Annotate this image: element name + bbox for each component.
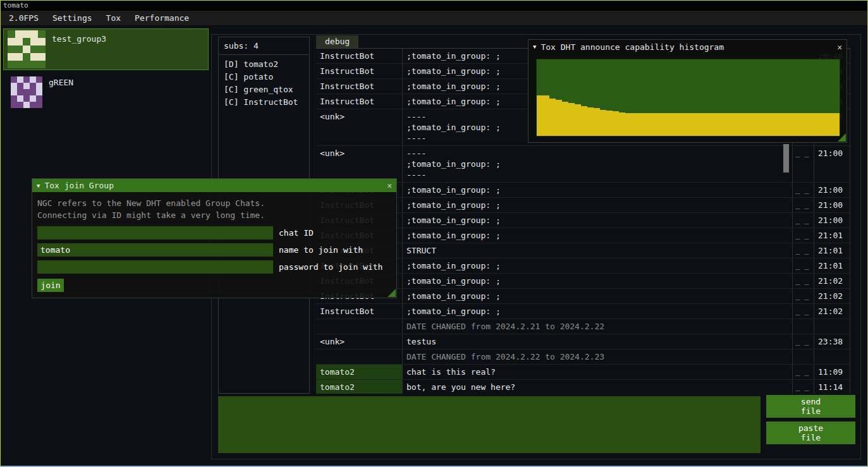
join-field-label: name to join with [279, 245, 363, 255]
histogram-bar [613, 111, 619, 136]
member-item[interactable]: [D] tomato2 [219, 58, 309, 71]
histogram-bar [833, 113, 840, 136]
message-status: _ _ [793, 334, 814, 349]
chat-row[interactable]: <unk>---- ;tomato_in_group: ; ----_ _21:… [316, 146, 850, 183]
histogram-bar [707, 113, 714, 136]
message-text: ;tomato_in_group: ; [403, 304, 793, 318]
histogram-window-title: Tox DHT announce capability histogram [541, 42, 833, 52]
window-title: tomato [3, 1, 28, 9]
histogram-bar [720, 113, 726, 136]
dht-histogram-window: ▼ Tox DHT announce capability histogram … [528, 39, 847, 143]
histogram-bar [587, 107, 594, 136]
chat-row[interactable]: <unk>testus_ _23:38 [316, 334, 850, 349]
chat-row[interactable]: tomato2chat is this real?_ _11:09 [316, 365, 850, 380]
message-time: 21:00 [814, 213, 850, 227]
message-status: _ _ [793, 183, 814, 197]
histogram-bar [682, 113, 688, 136]
histogram-bar [638, 113, 644, 136]
date-separator-row: DATE CHANGED from 2024.2.22 to 2024.2.23 [316, 349, 850, 365]
name-to-join-with-input[interactable] [37, 243, 273, 257]
histogram-bar [783, 113, 789, 136]
message-sender: InstructBot [316, 64, 403, 78]
message-sender: InstructBot [316, 49, 403, 63]
group-name: test_group3 [52, 30, 106, 68]
message-text: bot, are you new here? [403, 380, 793, 394]
resize-grip-icon[interactable] [838, 133, 846, 142]
send-file-button[interactable]: send file [766, 395, 855, 418]
histogram-bar [632, 113, 638, 136]
tab-debug[interactable]: debug [316, 35, 358, 48]
menu-item-tox[interactable]: Tox [99, 11, 128, 25]
date-changed-text: DATE CHANGED from 2024.2.22 to 2024.2.23 [403, 349, 793, 364]
close-icon[interactable]: ✕ [837, 42, 842, 52]
group-name: gREEN [49, 74, 73, 108]
histogram-bar [562, 102, 568, 136]
histogram-bar [776, 113, 783, 136]
message-status: _ _ [793, 380, 814, 394]
group-item-test-group3[interactable]: test_group3 [3, 28, 209, 70]
paste-file-button[interactable]: paste file [766, 422, 855, 444]
menu-item-performance[interactable]: Performance [128, 11, 196, 25]
menu-item-settings[interactable]: Settings [46, 11, 99, 25]
message-status: _ _ [793, 228, 814, 243]
message-time: 21:01 [814, 243, 850, 258]
group-item-green[interactable]: gREEN [3, 73, 209, 109]
histogram-bar [770, 113, 776, 136]
histogram-bar [676, 113, 682, 136]
histogram-bar [556, 100, 562, 136]
send-file-label-line2: file [801, 406, 821, 416]
close-icon[interactable]: ✕ [387, 181, 392, 190]
join-field-row: password to join with [37, 260, 391, 274]
histogram-bar [714, 113, 720, 136]
paste-file-label-line2: file [801, 433, 821, 442]
message-status [793, 319, 814, 334]
message-sender: InstructBot [316, 79, 403, 94]
message-time: 11:09 [814, 365, 850, 379]
message-time: 23:38 [814, 334, 850, 349]
password-to-join-with-input[interactable] [37, 260, 273, 274]
histogram-bar [764, 113, 770, 136]
group-list: test_group3gREEN [3, 28, 209, 109]
member-item[interactable]: [C] green_qtox [219, 83, 309, 96]
message-time: 21:00 [814, 198, 850, 212]
message-text: ;tomato_in_group: ; [403, 228, 793, 243]
histogram-bar [733, 113, 739, 136]
collapse-icon[interactable]: ▼ [37, 183, 40, 189]
chat-scrollbar[interactable] [783, 144, 789, 173]
message-time: 21:02 [814, 304, 850, 318]
message-time: 21:02 [814, 289, 850, 303]
histogram-bar [757, 113, 764, 136]
message-time: 21:01 [814, 258, 850, 273]
histogram-bar [789, 113, 795, 136]
message-time: 21:00 [814, 146, 850, 182]
chat-id-input[interactable] [37, 226, 273, 240]
histogram-bar [575, 104, 581, 136]
menu-item-2-0fps: 2.0FPS [2, 11, 46, 25]
message-sender: tomato2 [316, 365, 403, 379]
join-window-title: Tox join Group [44, 181, 382, 190]
join-field-label: password to join with [279, 262, 382, 272]
chat-row[interactable]: InstructBot;tomato_in_group: ;_ _21:02 [316, 304, 850, 319]
message-sender: InstructBot [316, 304, 403, 318]
message-text: ;tomato_in_group: ; [403, 183, 793, 197]
message-sender: <unk> [316, 146, 403, 182]
message-time: 21:01 [814, 228, 850, 243]
message-status: _ _ [793, 146, 814, 182]
message-status: _ _ [793, 289, 814, 303]
histogram-titlebar: ▼ Tox DHT announce capability histogram … [529, 40, 847, 54]
message-text: chat is this real? [403, 365, 793, 379]
message-sender: <unk> [316, 334, 403, 349]
message-input[interactable] [218, 396, 761, 453]
histogram-body [529, 54, 847, 142]
join-button[interactable]: join [37, 279, 64, 292]
message-time [814, 319, 850, 334]
histogram-bar [663, 113, 669, 136]
subs-separator [219, 54, 309, 55]
member-item[interactable]: [C] InstructBot [219, 96, 309, 109]
histogram-bar [827, 113, 833, 136]
chat-row[interactable]: tomato2bot, are you new here?_ _11:14 [316, 380, 850, 394]
resize-grip-icon[interactable] [388, 289, 396, 297]
collapse-icon[interactable]: ▼ [533, 44, 536, 50]
member-item[interactable]: [C] potato [219, 71, 309, 83]
histogram-bar [808, 113, 814, 136]
